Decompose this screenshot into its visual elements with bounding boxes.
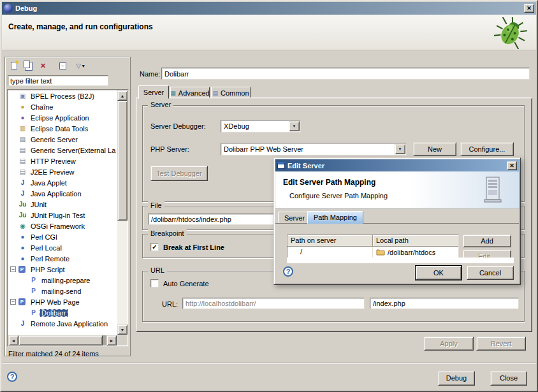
tree-item-php-web-page[interactable]: −PPHP Web Page — [8, 296, 117, 307]
path-mapping-row[interactable]: / /dolibarr/htdocs — [287, 247, 458, 258]
delete-icon: ✕ — [40, 62, 46, 70]
duplicate-configuration-button[interactable] — [22, 60, 35, 72]
tree-item-http-preview[interactable]: ▤HTTP Preview — [8, 156, 117, 166]
duplicate-icon — [24, 61, 30, 68]
dialog-help-button[interactable]: ? — [283, 266, 293, 277]
file-group-legend: File — [148, 201, 164, 209]
data-tools-icon: ▥ — [18, 125, 27, 132]
configure-server-button[interactable]: Configure... — [460, 142, 514, 156]
tree-item-eclipse-application[interactable]: ●Eclipse Application — [8, 112, 117, 123]
tree-item-dolibarr[interactable]: PDolibarr — [8, 307, 117, 318]
collapse-all-button[interactable]: − — [56, 60, 69, 72]
test-debugger-button[interactable]: Test Debugger — [150, 166, 208, 181]
add-mapping-button[interactable]: Add — [463, 235, 511, 247]
name-label: Name: — [140, 70, 160, 78]
scroll-right-button[interactable]: ► — [106, 335, 117, 345]
dialog-heading: Edit Server Path Mapping — [283, 178, 375, 187]
vertical-scroll-thumb[interactable] — [117, 101, 127, 221]
close-button[interactable]: Close — [490, 371, 527, 386]
url-base-input[interactable] — [182, 298, 365, 309]
url-group-legend: URL — [148, 266, 167, 274]
dialog-subheading: Configure Server Path Mapping — [289, 192, 388, 200]
dialog-tab-path-mapping-label: Path Mapping — [314, 214, 357, 221]
close-window-icon[interactable]: ✕ — [524, 4, 534, 13]
tree-item-php-script[interactable]: −PPHP Script — [8, 264, 117, 275]
tree-item-label: JUnit Plug-in Test — [29, 212, 87, 219]
auto-generate-checkbox[interactable] — [150, 279, 159, 287]
tree-item-label: mailing-prepare — [40, 277, 92, 284]
tree-item-junit[interactable]: JuJUnit — [8, 199, 117, 210]
junit-icon: Ju — [18, 201, 27, 208]
checkmark-icon: ✓ — [152, 243, 157, 250]
tab-server[interactable]: Server — [138, 85, 169, 99]
php-server-value: Dolibarr PHP Web Server — [224, 145, 303, 154]
tree-item-label: mailing-send — [40, 287, 83, 295]
tree-item-perl-cgi[interactable]: ●Perl CGI — [8, 231, 117, 242]
php-server-dropdown-icon[interactable]: ▼ — [395, 144, 405, 154]
apply-button[interactable]: Apply — [424, 337, 474, 351]
new-server-button[interactable]: New — [413, 142, 456, 156]
filter-menu-button[interactable]: ▽▾ — [71, 60, 90, 72]
tree-item-java-application[interactable]: JJava Application — [8, 188, 117, 199]
dialog-tab-server[interactable]: Server — [278, 212, 311, 224]
debug-button[interactable]: Debug — [438, 371, 475, 386]
tree-item-chaine[interactable]: ●Chaîne — [8, 101, 117, 112]
new-configuration-button[interactable] — [7, 60, 20, 72]
horizontal-scroll-thumb[interactable] — [18, 335, 103, 345]
delete-configuration-button[interactable]: ✕ — [36, 60, 50, 72]
eclipse-icon — [4, 4, 13, 13]
caret-down-icon: ▾ — [82, 63, 85, 69]
server-group-legend: Server — [148, 101, 173, 108]
debug-window: Debug ✕ Create, manage, and run configur… — [0, 0, 538, 392]
tree-item-osgi-framework[interactable]: ◉OSGi Framework — [8, 221, 117, 231]
scroll-down-button[interactable]: ▼ — [117, 324, 127, 335]
dialog-clip-strip — [287, 258, 514, 263]
tree-item-perl-remote[interactable]: ●Perl Remote — [8, 253, 117, 264]
server-debugger-dropdown-icon[interactable]: ▼ — [289, 121, 300, 131]
scroll-up-button[interactable]: ▲ — [117, 91, 127, 101]
expander-icon[interactable]: − — [10, 299, 16, 305]
vertical-scrollbar[interactable]: ▲ ▼ — [117, 91, 127, 335]
tree-item-label: Java Applet — [29, 179, 69, 187]
php-file-icon: P — [29, 277, 38, 284]
config-tree: ▣BPEL Process (B2J)●Chaîne●Eclipse Appli… — [7, 89, 129, 347]
column-path-on-server[interactable]: Path on server — [287, 235, 373, 247]
tree-item-perl-local[interactable]: ●Perl Local — [8, 242, 117, 253]
php-icon: P — [18, 298, 25, 305]
column-local-path[interactable]: Local path — [373, 235, 459, 247]
name-input[interactable] — [161, 68, 530, 80]
url-label: URL: — [162, 300, 178, 308]
tree-item-mailing-send[interactable]: Pmailing-send — [8, 286, 117, 296]
scroll-left-button[interactable]: ◄ — [8, 335, 18, 345]
php-server-label: PHP Server: — [150, 145, 189, 153]
window-titlebar[interactable]: Debug ✕ — [2, 2, 536, 15]
tree-item-generic-server[interactable]: ▤Generic Server — [8, 134, 117, 145]
edit-server-titlebar[interactable]: Edit Server ✕ — [275, 159, 519, 171]
php-server-combo[interactable]: Dolibarr PHP Web Server ▼ — [221, 143, 407, 156]
dialog-close-icon[interactable]: ✕ — [507, 161, 517, 170]
cancel-button[interactable]: Cancel — [467, 266, 514, 280]
tree-item-bpel-process[interactable]: ▣BPEL Process (B2J) — [8, 91, 117, 101]
tree-item-remote-java-application[interactable]: JRemote Java Application — [8, 318, 117, 329]
footer-separator — [2, 363, 536, 364]
tree-item-j2ee-preview[interactable]: ▤J2EE Preview — [8, 166, 117, 177]
help-button[interactable]: ? — [7, 372, 17, 382]
configurations-panel: ✕ − ▽▾ ▣BPEL Process (B2J)●Chaîne●Eclips… — [4, 57, 131, 356]
dialog-tab-path-mapping[interactable]: Path Mapping — [307, 211, 363, 224]
help-icon: ? — [10, 373, 15, 381]
url-path-input[interactable] — [370, 298, 519, 309]
advanced-tab-icon: ▦ — [170, 87, 176, 99]
filter-input[interactable] — [8, 75, 108, 86]
tree-item-java-applet[interactable]: JJava Applet — [8, 177, 117, 188]
ok-button[interactable]: OK — [416, 266, 462, 280]
revert-button[interactable]: Revert — [476, 337, 526, 351]
expander-icon[interactable]: − — [10, 266, 16, 272]
server-debugger-combo[interactable]: XDebug ▼ — [221, 120, 301, 133]
break-first-line-checkbox[interactable]: ✓ — [150, 243, 159, 251]
tree-item-mailing-prepare[interactable]: Pmailing-prepare — [8, 275, 117, 286]
config-toolbar: ✕ − ▽▾ — [7, 59, 90, 72]
horizontal-scrollbar[interactable]: ◄ ► — [8, 335, 117, 345]
tree-item-generic-server-external[interactable]: ▤Generic Server(External La — [8, 145, 117, 156]
tree-item-junit-plugin-test[interactable]: JuJUnit Plug-in Test — [8, 210, 117, 221]
tree-item-eclipse-data-tools[interactable]: ▥Eclipse Data Tools — [8, 123, 117, 134]
